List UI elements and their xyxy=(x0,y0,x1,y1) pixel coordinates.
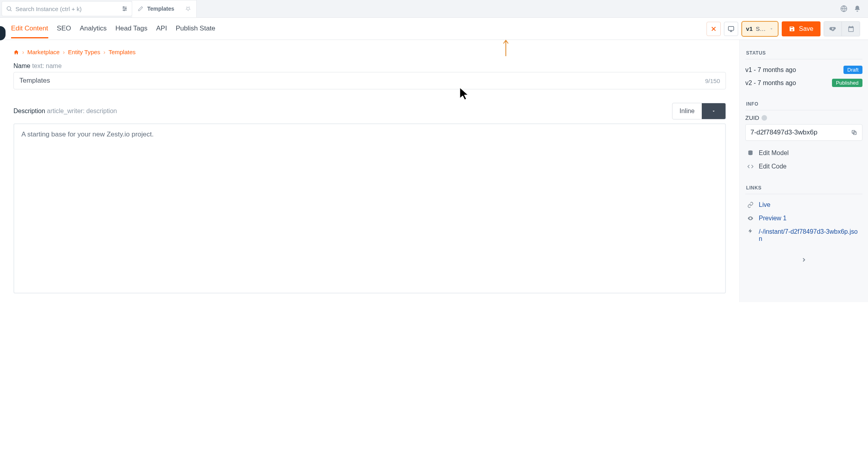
name-input[interactable] xyxy=(19,77,705,85)
tab-seo[interactable]: SEO xyxy=(57,19,71,38)
search-input[interactable] xyxy=(15,6,118,12)
status-row-v2[interactable]: v2 - 7 months ago Published xyxy=(745,76,862,89)
tab-publish-state[interactable]: Publish State xyxy=(176,19,215,38)
status-heading: STATUS xyxy=(745,47,862,59)
cloud-upload-button[interactable] xyxy=(824,21,842,36)
chevron-right-icon: › xyxy=(22,49,24,55)
svg-point-0 xyxy=(7,7,11,10)
name-input-wrap[interactable]: 9/150 xyxy=(13,72,726,89)
chevron-right-icon: › xyxy=(63,49,65,55)
link-preview-label: Preview 1 xyxy=(759,215,786,222)
open-tab-templates[interactable]: Templates xyxy=(132,0,197,18)
top-bar: Templates xyxy=(0,0,868,18)
name-field-label: Name text: name xyxy=(13,62,726,70)
svg-line-1 xyxy=(10,10,11,11)
breadcrumb: › Marketplace › Entity Types › Templates xyxy=(13,49,726,55)
content-row: › Marketplace › Entity Types › Templates… xyxy=(0,40,868,302)
version-state-abbrev: S… xyxy=(756,25,766,32)
save-label: Save xyxy=(799,25,813,32)
code-icon xyxy=(747,163,754,170)
svg-point-6 xyxy=(125,8,126,9)
edit-code-link[interactable]: Edit Code xyxy=(745,160,862,173)
edit-model-link[interactable]: Edit Model xyxy=(745,146,862,160)
annotation-arrow xyxy=(503,40,509,57)
tab-head-tags[interactable]: Head Tags xyxy=(116,19,148,38)
description-field-label: Description article_writer: description xyxy=(13,108,117,115)
save-button[interactable]: Save xyxy=(782,21,821,36)
info-heading: INFO xyxy=(745,98,862,110)
description-label-sub: article_writer: description xyxy=(47,108,117,114)
svg-point-5 xyxy=(123,7,124,8)
link-instant-label: /-/instant/7-d2f78497d3-3wbx6p.json xyxy=(759,228,861,242)
links-heading: LINKS xyxy=(745,182,862,194)
bell-icon[interactable] xyxy=(854,5,861,12)
preview-device-button[interactable] xyxy=(724,22,738,36)
publish-group xyxy=(824,21,860,36)
schedule-button[interactable] xyxy=(842,21,860,36)
tab-label: Templates xyxy=(147,6,174,12)
breadcrumb-marketplace[interactable]: Marketplace xyxy=(27,49,60,55)
status-version-label: v1 - 7 months ago xyxy=(745,66,796,74)
tab-analytics[interactable]: Analytics xyxy=(80,19,106,38)
bolt-icon xyxy=(747,228,754,234)
zuid-label: ZUID xyxy=(745,114,862,121)
form-area: › Marketplace › Entity Types › Templates… xyxy=(0,40,739,302)
side-panel: STATUS v1 - 7 months ago Draft v2 - 7 mo… xyxy=(739,40,868,302)
version-selector[interactable]: v1 S… xyxy=(741,21,779,37)
description-mode-select[interactable]: Inline xyxy=(672,103,726,119)
cursor-icon xyxy=(459,87,469,100)
expand-right-icon[interactable] xyxy=(745,257,862,263)
content-toolbar: Edit Content SEO Analytics Head Tags API… xyxy=(0,18,868,40)
eye-icon xyxy=(747,215,754,221)
link-icon xyxy=(747,202,754,208)
pencil-icon xyxy=(138,6,143,11)
tab-edit-content[interactable]: Edit Content xyxy=(11,19,48,38)
name-char-counter: 9/150 xyxy=(705,78,720,84)
edit-model-label: Edit Model xyxy=(759,150,789,157)
description-content: A starting base for your new Zesty.io pr… xyxy=(21,131,154,138)
zuid-value-box: 7-d2f78497d3-3wbx6p xyxy=(745,124,862,141)
name-label-text: Name xyxy=(13,62,30,69)
save-icon xyxy=(789,26,795,32)
chevron-down-icon xyxy=(769,26,774,31)
link-preview[interactable]: Preview 1 xyxy=(745,212,862,225)
database-icon xyxy=(747,150,754,156)
link-live-label: Live xyxy=(759,201,770,208)
close-button[interactable] xyxy=(707,22,721,36)
breadcrumb-entity-types[interactable]: Entity Types xyxy=(68,49,100,55)
description-mode-label: Inline xyxy=(672,103,702,119)
link-live[interactable]: Live xyxy=(745,198,862,212)
nav-tabs: Edit Content SEO Analytics Head Tags API… xyxy=(11,19,215,38)
chevron-right-icon: › xyxy=(103,49,105,55)
name-label-sub: text: name xyxy=(32,62,62,69)
pin-icon[interactable] xyxy=(185,6,191,11)
description-label-text: Description xyxy=(13,108,45,114)
status-row-v1[interactable]: v1 - 7 months ago Draft xyxy=(745,63,862,76)
copy-icon[interactable] xyxy=(851,129,857,136)
home-icon[interactable] xyxy=(13,49,19,55)
zuid-value: 7-d2f78497d3-3wbx6p xyxy=(750,129,817,136)
breadcrumb-templates[interactable]: Templates xyxy=(108,49,135,55)
filter-icon[interactable] xyxy=(122,6,128,12)
svg-rect-11 xyxy=(728,26,734,30)
global-search[interactable] xyxy=(2,1,132,16)
zuid-label-text: ZUID xyxy=(745,114,759,121)
svg-point-7 xyxy=(123,10,125,11)
status-badge-draft: Draft xyxy=(843,66,862,74)
edit-code-label: Edit Code xyxy=(759,163,786,170)
version-number: v1 xyxy=(746,25,753,32)
status-badge-published: Published xyxy=(832,79,862,87)
link-instant[interactable]: /-/instant/7-d2f78497d3-3wbx6p.json xyxy=(745,225,862,246)
description-editor[interactable]: A starting base for your new Zesty.io pr… xyxy=(13,123,726,293)
search-icon xyxy=(6,6,12,12)
description-mode-toggle[interactable] xyxy=(702,103,726,119)
tab-api[interactable]: API xyxy=(156,19,167,38)
globe-icon[interactable] xyxy=(840,5,847,12)
status-version-label: v2 - 7 months ago xyxy=(745,79,796,87)
info-icon[interactable] xyxy=(762,115,767,121)
